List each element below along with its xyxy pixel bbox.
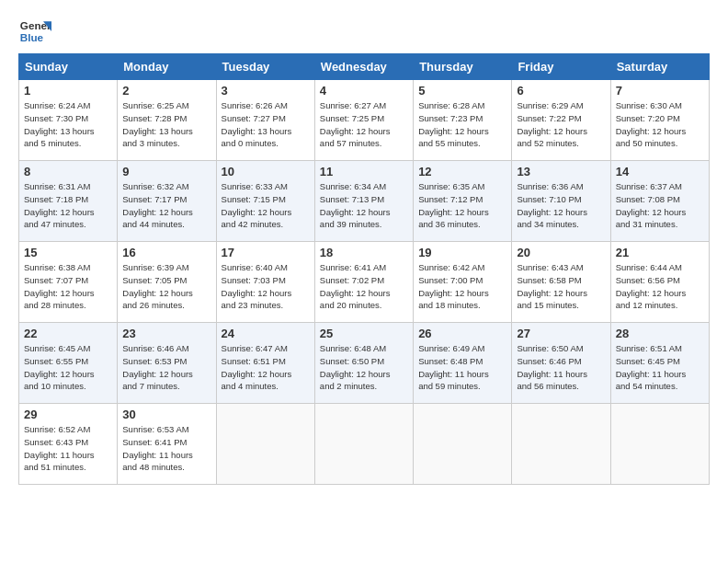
day-number: 1 (24, 84, 112, 98)
day-info: Sunrise: 6:29 AM Sunset: 7:22 PM Dayligh… (517, 99, 605, 150)
day-number: 26 (418, 327, 506, 340)
calendar-cell: 21Sunrise: 6:44 AM Sunset: 6:56 PM Dayli… (610, 242, 709, 323)
day-info: Sunrise: 6:51 AM Sunset: 6:45 PM Dayligh… (616, 342, 704, 393)
day-number: 8 (24, 165, 112, 178)
calendar-cell: 18Sunrise: 6:41 AM Sunset: 7:02 PM Dayli… (314, 242, 413, 323)
day-info: Sunrise: 6:43 AM Sunset: 6:58 PM Dayligh… (517, 261, 605, 312)
day-info: Sunrise: 6:42 AM Sunset: 7:00 PM Dayligh… (418, 261, 506, 312)
day-info: Sunrise: 6:50 AM Sunset: 6:46 PM Dayligh… (517, 342, 605, 393)
day-info: Sunrise: 6:46 AM Sunset: 6:53 PM Dayligh… (122, 342, 210, 393)
calendar-cell: 5Sunrise: 6:28 AM Sunset: 7:23 PM Daylig… (414, 80, 512, 161)
day-number: 23 (122, 327, 210, 340)
calendar-cell: 16Sunrise: 6:39 AM Sunset: 7:05 PM Dayli… (118, 242, 216, 323)
calendar-cell: 27Sunrise: 6:50 AM Sunset: 6:46 PM Dayli… (512, 323, 610, 404)
day-info: Sunrise: 6:49 AM Sunset: 6:48 PM Dayligh… (418, 342, 506, 393)
day-number: 19 (418, 246, 506, 259)
day-number: 30 (122, 408, 210, 421)
calendar-body: 1Sunrise: 6:24 AM Sunset: 7:30 PM Daylig… (19, 80, 710, 485)
calendar-cell: 10Sunrise: 6:33 AM Sunset: 7:15 PM Dayli… (216, 161, 314, 242)
calendar-cell: 7Sunrise: 6:30 AM Sunset: 7:20 PM Daylig… (610, 80, 709, 161)
day-number: 22 (24, 327, 112, 340)
day-info: Sunrise: 6:47 AM Sunset: 6:51 PM Dayligh… (222, 342, 310, 393)
calendar-cell: 19Sunrise: 6:42 AM Sunset: 7:00 PM Dayli… (414, 242, 512, 323)
day-number: 16 (122, 246, 210, 259)
calendar-table: SundayMondayTuesdayWednesdayThursdayFrid… (18, 53, 710, 485)
calendar-cell: 8Sunrise: 6:31 AM Sunset: 7:18 PM Daylig… (19, 161, 118, 242)
calendar-week-row: 8Sunrise: 6:31 AM Sunset: 7:18 PM Daylig… (19, 161, 710, 242)
day-info: Sunrise: 6:38 AM Sunset: 7:07 PM Dayligh… (24, 261, 112, 312)
day-info: Sunrise: 6:26 AM Sunset: 7:27 PM Dayligh… (222, 99, 310, 150)
day-number: 29 (24, 408, 112, 421)
day-of-week-header: Monday (118, 54, 216, 80)
day-info: Sunrise: 6:39 AM Sunset: 7:05 PM Dayligh… (122, 261, 210, 312)
calendar-cell: 2Sunrise: 6:25 AM Sunset: 7:28 PM Daylig… (118, 80, 216, 161)
day-info: Sunrise: 6:53 AM Sunset: 6:41 PM Dayligh… (122, 423, 210, 474)
day-number: 14 (616, 165, 704, 178)
day-number: 6 (517, 84, 605, 98)
calendar-cell: 14Sunrise: 6:37 AM Sunset: 7:08 PM Dayli… (610, 161, 709, 242)
day-info: Sunrise: 6:37 AM Sunset: 7:08 PM Dayligh… (616, 180, 704, 231)
calendar-cell: 28Sunrise: 6:51 AM Sunset: 6:45 PM Dayli… (610, 323, 709, 404)
calendar-cell (216, 404, 314, 485)
calendar-cell: 6Sunrise: 6:29 AM Sunset: 7:22 PM Daylig… (512, 80, 610, 161)
calendar-cell: 17Sunrise: 6:40 AM Sunset: 7:03 PM Dayli… (216, 242, 314, 323)
day-number: 24 (222, 327, 310, 340)
day-info: Sunrise: 6:36 AM Sunset: 7:10 PM Dayligh… (517, 180, 605, 231)
day-info: Sunrise: 6:27 AM Sunset: 7:25 PM Dayligh… (320, 99, 408, 150)
day-info: Sunrise: 6:44 AM Sunset: 6:56 PM Dayligh… (616, 261, 704, 312)
day-info: Sunrise: 6:25 AM Sunset: 7:28 PM Dayligh… (122, 99, 210, 150)
calendar-cell: 26Sunrise: 6:49 AM Sunset: 6:48 PM Dayli… (414, 323, 512, 404)
day-info: Sunrise: 6:41 AM Sunset: 7:02 PM Dayligh… (320, 261, 408, 312)
day-info: Sunrise: 6:45 AM Sunset: 6:55 PM Dayligh… (24, 342, 112, 393)
day-info: Sunrise: 6:24 AM Sunset: 7:30 PM Dayligh… (24, 99, 112, 150)
day-number: 17 (222, 246, 310, 259)
day-of-week-header: Wednesday (314, 54, 413, 80)
day-number: 28 (616, 327, 704, 340)
day-info: Sunrise: 6:30 AM Sunset: 7:20 PM Dayligh… (616, 99, 704, 150)
day-number: 18 (320, 246, 408, 259)
calendar-cell: 13Sunrise: 6:36 AM Sunset: 7:10 PM Dayli… (512, 161, 610, 242)
day-of-week-header: Saturday (610, 54, 709, 80)
day-number: 25 (320, 327, 408, 340)
day-number: 12 (418, 165, 506, 178)
calendar-cell: 22Sunrise: 6:45 AM Sunset: 6:55 PM Dayli… (19, 323, 118, 404)
calendar-cell: 15Sunrise: 6:38 AM Sunset: 7:07 PM Dayli… (19, 242, 118, 323)
day-of-week-header: Sunday (19, 54, 118, 80)
calendar-cell: 23Sunrise: 6:46 AM Sunset: 6:53 PM Dayli… (118, 323, 216, 404)
day-number: 7 (616, 84, 704, 98)
day-info: Sunrise: 6:52 AM Sunset: 6:43 PM Dayligh… (24, 423, 112, 474)
day-info: Sunrise: 6:48 AM Sunset: 6:50 PM Dayligh… (320, 342, 408, 393)
svg-text:Blue: Blue (20, 31, 44, 43)
calendar-cell (610, 404, 709, 485)
day-info: Sunrise: 6:40 AM Sunset: 7:03 PM Dayligh… (222, 261, 310, 312)
day-number: 5 (418, 84, 506, 98)
day-of-week-header: Friday (512, 54, 610, 80)
day-info: Sunrise: 6:32 AM Sunset: 7:17 PM Dayligh… (122, 180, 210, 231)
calendar-cell (414, 404, 512, 485)
calendar-cell: 24Sunrise: 6:47 AM Sunset: 6:51 PM Dayli… (216, 323, 314, 404)
calendar-cell: 9Sunrise: 6:32 AM Sunset: 7:17 PM Daylig… (118, 161, 216, 242)
day-number: 21 (616, 246, 704, 259)
calendar-cell: 4Sunrise: 6:27 AM Sunset: 7:25 PM Daylig… (314, 80, 413, 161)
calendar-cell: 12Sunrise: 6:35 AM Sunset: 7:12 PM Dayli… (414, 161, 512, 242)
calendar-cell: 29Sunrise: 6:52 AM Sunset: 6:43 PM Dayli… (19, 404, 118, 485)
day-info: Sunrise: 6:34 AM Sunset: 7:13 PM Dayligh… (320, 180, 408, 231)
calendar-week-row: 22Sunrise: 6:45 AM Sunset: 6:55 PM Dayli… (19, 323, 710, 404)
day-info: Sunrise: 6:33 AM Sunset: 7:15 PM Dayligh… (222, 180, 310, 231)
header: General Blue (18, 15, 710, 48)
day-number: 11 (320, 165, 408, 178)
logo: General Blue (18, 15, 51, 48)
day-of-week-header: Tuesday (216, 54, 314, 80)
calendar-cell: 25Sunrise: 6:48 AM Sunset: 6:50 PM Dayli… (314, 323, 413, 404)
day-number: 20 (517, 246, 605, 259)
day-info: Sunrise: 6:28 AM Sunset: 7:23 PM Dayligh… (418, 99, 506, 150)
day-number: 10 (222, 165, 310, 178)
day-number: 27 (517, 327, 605, 340)
day-info: Sunrise: 6:31 AM Sunset: 7:18 PM Dayligh… (24, 180, 112, 231)
day-number: 2 (122, 84, 210, 98)
calendar-cell: 11Sunrise: 6:34 AM Sunset: 7:13 PM Dayli… (314, 161, 413, 242)
calendar-cell (512, 404, 610, 485)
day-number: 3 (222, 84, 310, 98)
calendar-week-row: 15Sunrise: 6:38 AM Sunset: 7:07 PM Dayli… (19, 242, 710, 323)
day-number: 4 (320, 84, 408, 98)
